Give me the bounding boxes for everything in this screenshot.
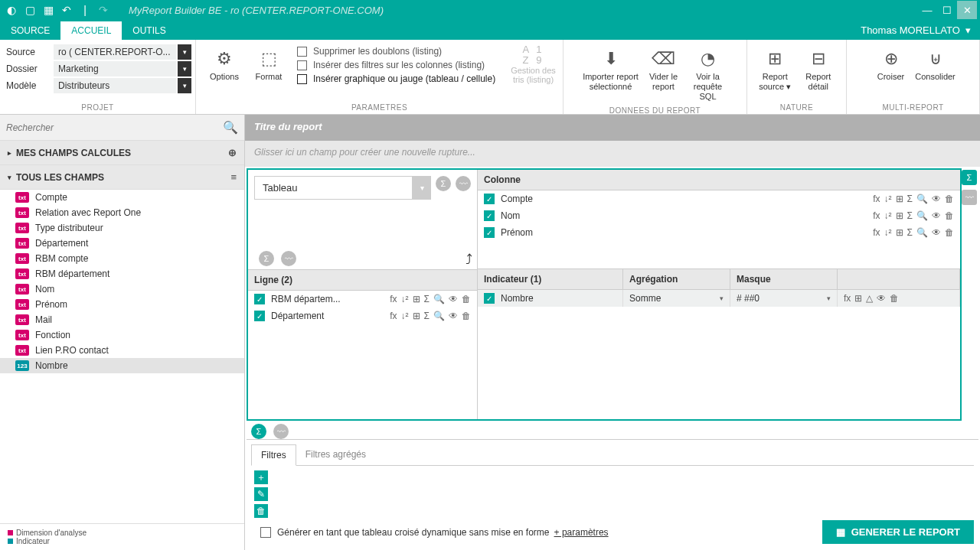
sigma-icon[interactable]: Σ	[907, 227, 913, 238]
sigma-icon[interactable]: Σ	[907, 194, 913, 204]
check-icon[interactable]: ✓	[484, 227, 495, 238]
search-icon[interactable]: 🔍	[433, 294, 445, 304]
report-title[interactable]: Titre du report	[245, 115, 980, 141]
field-item[interactable]: txtMail	[0, 312, 244, 327]
tab-source[interactable]: SOURCE	[0, 21, 60, 40]
check-icon[interactable]: ✓	[484, 210, 495, 221]
close-button[interactable]: ✕	[957, 1, 977, 19]
swap-icon[interactable]: ⤴	[466, 252, 472, 268]
modele-dropdown[interactable]: ▾	[178, 78, 191, 93]
tab-filtres-agg[interactable]: Filtres agrégés	[296, 444, 375, 465]
pulse3-icon[interactable]: 〰	[273, 424, 289, 439]
minimize-button[interactable]: —	[917, 1, 937, 19]
redo-icon[interactable]: ↷	[95, 2, 112, 18]
sigma-icon[interactable]: Σ	[424, 311, 430, 321]
trash-icon[interactable]: 🗑	[945, 227, 954, 238]
importer-button[interactable]: ⬇ Importer reportsélectionné	[580, 44, 642, 92]
check-icon[interactable]: ✓	[254, 311, 265, 321]
sort-icon[interactable]: ↓²	[884, 227, 892, 238]
source-value[interactable]: ro ( CENTER.REPORT-O...	[54, 44, 176, 60]
search-icon[interactable]: 🔍	[916, 194, 928, 204]
tab-accueil[interactable]: ACCUEIL	[60, 21, 122, 40]
new-icon[interactable]: ▢	[21, 2, 38, 18]
tableau-dropdown[interactable]: ▾	[413, 176, 431, 200]
field-item[interactable]: txtCompte	[0, 190, 244, 205]
doublons-checkbox[interactable]: Supprimer les doublons (listing)	[297, 46, 495, 57]
colonne-row[interactable]: ✓Comptefx↓²⊞Σ🔍👁🗑	[478, 190, 960, 207]
user-menu[interactable]: Thomas MORELLATO ▾	[851, 21, 980, 40]
sort-icon[interactable]: ↓²	[884, 194, 892, 204]
colonne-row[interactable]: ✓Nomfx↓²⊞Σ🔍👁🗑	[478, 207, 960, 224]
eye-icon[interactable]: 👁	[932, 194, 941, 204]
tab-outils[interactable]: OUTILS	[122, 21, 176, 40]
calc-fields-header[interactable]: ▸MES CHAMPS CALCULES⊕	[0, 141, 244, 165]
add-calc-icon[interactable]: ⊕	[228, 147, 237, 158]
search-icon[interactable]: 🔍	[223, 120, 238, 135]
trash-icon[interactable]: 🗑	[462, 311, 471, 321]
sigma2-icon[interactable]: Σ	[259, 251, 274, 266]
pulse2-icon[interactable]: 〰	[281, 251, 296, 266]
options-button[interactable]: ⚙ Options	[202, 44, 247, 82]
fx-icon[interactable]: fx	[873, 227, 880, 238]
field-item[interactable]: txtRBM département	[0, 266, 244, 282]
warn-icon[interactable]: △	[866, 293, 873, 304]
sigma-icon[interactable]: Σ	[436, 176, 451, 191]
eye-icon[interactable]: 👁	[932, 210, 941, 221]
fx-icon[interactable]: fx	[873, 194, 880, 204]
croiser-button[interactable]: ⊕ Croiser	[869, 44, 913, 82]
field-item[interactable]: txtPrénom	[0, 297, 244, 312]
undo-icon[interactable]: ↶	[58, 2, 75, 18]
sigma-icon[interactable]: Σ	[907, 210, 913, 221]
eye-icon[interactable]: 👁	[877, 293, 886, 304]
field-item[interactable]: 123Nombre	[0, 358, 244, 373]
ligne-row[interactable]: ✓RBM départem...fx↓²⊞Σ🔍👁🗑	[248, 291, 477, 308]
filter-edit-icon[interactable]: ✎	[254, 487, 268, 501]
filtres-colonnes-checkbox[interactable]: Insérer des filtres sur les colonnes (li…	[297, 60, 495, 70]
trash-icon[interactable]: 🗑	[462, 294, 471, 304]
menu-icon[interactable]: ≡	[230, 171, 237, 183]
trash-icon[interactable]: 🗑	[945, 210, 954, 221]
ligne-row[interactable]: ✓Départementfx↓²⊞Σ🔍👁🗑	[248, 308, 477, 324]
side-sigma-icon[interactable]: Σ	[962, 170, 977, 185]
field-item[interactable]: txtRelation avec Report One	[0, 205, 244, 220]
sigma-icon[interactable]: Σ	[424, 294, 430, 304]
tris-button[interactable]: A 1Z 9 Gestion destris (listing)	[511, 44, 556, 84]
maximize-button[interactable]: ☐	[937, 1, 957, 19]
indic-check-icon[interactable]: ✓	[484, 293, 495, 304]
eye-icon[interactable]: 👁	[932, 227, 941, 238]
sort-icon[interactable]: ↓²	[401, 294, 409, 304]
group-icon[interactable]: ⊞	[413, 294, 420, 304]
pulse-icon[interactable]: 〰	[456, 176, 471, 191]
sql-button[interactable]: ◔ Voir larequête SQL	[686, 44, 730, 102]
pivot-params-link[interactable]: + paramètres	[554, 527, 609, 538]
field-item[interactable]: txtNom	[0, 282, 244, 297]
pivot-checkbox[interactable]	[260, 527, 271, 538]
source-dropdown[interactable]: ▾	[178, 44, 191, 60]
eye-icon[interactable]: 👁	[449, 294, 458, 304]
filter-delete-icon[interactable]: 🗑	[254, 504, 268, 518]
fx-icon[interactable]: fx	[844, 293, 851, 304]
tab-filtres[interactable]: Filtres	[251, 444, 296, 466]
report-detail-button[interactable]: ⊟ Reportdétail	[797, 44, 841, 92]
search-icon[interactable]: 🔍	[916, 227, 928, 238]
check-icon[interactable]: ✓	[484, 194, 495, 204]
tableau-select[interactable]: Tableau	[254, 176, 413, 200]
generate-report-button[interactable]: ▦ GENERER LE REPORT	[822, 520, 974, 544]
check-icon[interactable]: ✓	[254, 294, 265, 304]
field-item[interactable]: txtFonction	[0, 327, 244, 343]
field-item[interactable]: txtDépartement	[0, 236, 244, 251]
report-source-button[interactable]: ⊞ Reportsource ▾	[753, 44, 797, 92]
indic-row[interactable]: ✓ Nombre	[478, 290, 623, 307]
mask-select[interactable]: # ##0▾	[730, 290, 838, 307]
search-icon[interactable]: 🔍	[916, 210, 928, 221]
vider-button[interactable]: ⌫ Vider lereport	[642, 44, 686, 92]
sort-icon[interactable]: ↓²	[884, 210, 892, 221]
eye-icon[interactable]: 👁	[449, 311, 458, 321]
side-pulse-icon[interactable]: 〰	[962, 190, 977, 205]
filter-add-icon[interactable]: ＋	[254, 470, 268, 484]
graphique-checkbox[interactable]: Insérer graphique ou jauge (tableau / ce…	[297, 73, 495, 84]
consolider-button[interactable]: ⊎ Consolider	[913, 44, 958, 82]
trash-icon[interactable]: 🗑	[890, 293, 899, 304]
rupture-dropzone[interactable]: Glisser ici un champ pour créer une nouv…	[245, 141, 980, 167]
dossier-value[interactable]: Marketing	[54, 61, 176, 76]
